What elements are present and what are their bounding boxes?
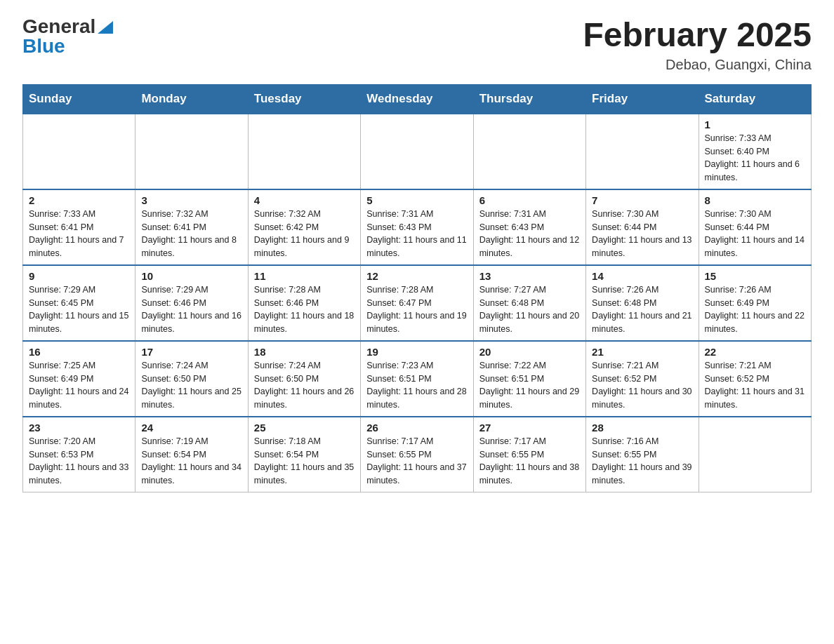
- day-number: 5: [366, 194, 467, 206]
- table-row: [135, 114, 248, 189]
- day-info: Sunrise: 7:26 AMSunset: 6:48 PMDaylight:…: [592, 283, 692, 336]
- table-row: 17Sunrise: 7:24 AMSunset: 6:50 PMDayligh…: [135, 341, 248, 417]
- table-row: [23, 114, 135, 189]
- day-info: Sunrise: 7:20 AMSunset: 6:53 PMDaylight:…: [29, 435, 129, 488]
- svg-marker-0: [98, 21, 113, 34]
- day-number: 23: [29, 422, 129, 434]
- day-number: 4: [254, 194, 355, 206]
- day-number: 22: [705, 346, 805, 358]
- table-row: [361, 114, 473, 189]
- col-saturday: Saturday: [699, 84, 811, 114]
- day-number: 27: [479, 422, 580, 434]
- day-number: 8: [705, 194, 805, 206]
- day-number: 2: [29, 194, 129, 206]
- col-tuesday: Tuesday: [248, 84, 360, 114]
- month-title: February 2025: [583, 17, 812, 54]
- calendar-table: Sunday Monday Tuesday Wednesday Thursday…: [22, 84, 812, 492]
- table-row: 1Sunrise: 7:33 AMSunset: 6:40 PMDaylight…: [699, 114, 811, 189]
- day-info: Sunrise: 7:27 AMSunset: 6:48 PMDaylight:…: [479, 283, 580, 336]
- table-row: 24Sunrise: 7:19 AMSunset: 6:54 PMDayligh…: [135, 417, 248, 492]
- day-info: Sunrise: 7:32 AMSunset: 6:41 PMDaylight:…: [141, 208, 241, 260]
- day-info: Sunrise: 7:33 AMSunset: 6:41 PMDaylight:…: [29, 208, 129, 260]
- day-info: Sunrise: 7:33 AMSunset: 6:40 PMDaylight:…: [705, 132, 805, 185]
- day-info: Sunrise: 7:18 AMSunset: 6:54 PMDaylight:…: [254, 435, 355, 488]
- day-info: Sunrise: 7:19 AMSunset: 6:54 PMDaylight:…: [141, 435, 241, 488]
- calendar-week-row: 1Sunrise: 7:33 AMSunset: 6:40 PMDaylight…: [23, 114, 812, 189]
- table-row: 3Sunrise: 7:32 AMSunset: 6:41 PMDaylight…: [135, 189, 248, 265]
- calendar-week-row: 16Sunrise: 7:25 AMSunset: 6:49 PMDayligh…: [23, 341, 812, 417]
- table-row: 27Sunrise: 7:17 AMSunset: 6:55 PMDayligh…: [473, 417, 585, 492]
- table-row: [248, 114, 360, 189]
- logo: General Blue: [22, 17, 113, 56]
- day-number: 16: [29, 346, 129, 358]
- day-info: Sunrise: 7:29 AMSunset: 6:45 PMDaylight:…: [29, 283, 129, 336]
- day-info: Sunrise: 7:31 AMSunset: 6:43 PMDaylight:…: [479, 208, 580, 260]
- table-row: 20Sunrise: 7:22 AMSunset: 6:51 PMDayligh…: [473, 341, 585, 417]
- day-info: Sunrise: 7:30 AMSunset: 6:44 PMDaylight:…: [705, 208, 805, 260]
- day-info: Sunrise: 7:17 AMSunset: 6:55 PMDaylight:…: [479, 435, 580, 488]
- table-row: 11Sunrise: 7:28 AMSunset: 6:46 PMDayligh…: [248, 265, 360, 341]
- day-info: Sunrise: 7:29 AMSunset: 6:46 PMDaylight:…: [141, 283, 241, 336]
- table-row: 22Sunrise: 7:21 AMSunset: 6:52 PMDayligh…: [699, 341, 811, 417]
- day-number: 28: [592, 422, 692, 434]
- day-info: Sunrise: 7:23 AMSunset: 6:51 PMDaylight:…: [366, 359, 467, 412]
- page-header: General Blue February 2025 Debao, Guangx…: [22, 17, 812, 73]
- col-thursday: Thursday: [473, 84, 585, 114]
- table-row: 4Sunrise: 7:32 AMSunset: 6:42 PMDaylight…: [248, 189, 360, 265]
- table-row: 6Sunrise: 7:31 AMSunset: 6:43 PMDaylight…: [473, 189, 585, 265]
- day-info: Sunrise: 7:26 AMSunset: 6:49 PMDaylight:…: [705, 283, 805, 336]
- day-info: Sunrise: 7:31 AMSunset: 6:43 PMDaylight:…: [366, 208, 467, 260]
- day-info: Sunrise: 7:17 AMSunset: 6:55 PMDaylight:…: [366, 435, 467, 488]
- table-row: 19Sunrise: 7:23 AMSunset: 6:51 PMDayligh…: [361, 341, 473, 417]
- calendar-week-row: 2Sunrise: 7:33 AMSunset: 6:41 PMDaylight…: [23, 189, 812, 265]
- table-row: 7Sunrise: 7:30 AMSunset: 6:44 PMDaylight…: [586, 189, 699, 265]
- day-number: 7: [592, 194, 692, 206]
- location: Debao, Guangxi, China: [583, 57, 812, 73]
- table-row: 12Sunrise: 7:28 AMSunset: 6:47 PMDayligh…: [361, 265, 473, 341]
- day-number: 6: [479, 194, 580, 206]
- day-number: 11: [254, 270, 355, 282]
- day-info: Sunrise: 7:21 AMSunset: 6:52 PMDaylight:…: [592, 359, 692, 412]
- day-info: Sunrise: 7:28 AMSunset: 6:46 PMDaylight:…: [254, 283, 355, 336]
- day-number: 10: [141, 270, 241, 282]
- title-section: February 2025 Debao, Guangxi, China: [583, 17, 812, 73]
- table-row: 13Sunrise: 7:27 AMSunset: 6:48 PMDayligh…: [473, 265, 585, 341]
- day-number: 13: [479, 270, 580, 282]
- table-row: 5Sunrise: 7:31 AMSunset: 6:43 PMDaylight…: [361, 189, 473, 265]
- day-number: 20: [479, 346, 580, 358]
- day-number: 15: [705, 270, 805, 282]
- col-monday: Monday: [135, 84, 248, 114]
- day-info: Sunrise: 7:24 AMSunset: 6:50 PMDaylight:…: [254, 359, 355, 412]
- logo-triangle-icon: [98, 21, 113, 34]
- table-row: 14Sunrise: 7:26 AMSunset: 6:48 PMDayligh…: [586, 265, 699, 341]
- day-info: Sunrise: 7:32 AMSunset: 6:42 PMDaylight:…: [254, 208, 355, 260]
- col-friday: Friday: [586, 84, 699, 114]
- table-row: 15Sunrise: 7:26 AMSunset: 6:49 PMDayligh…: [699, 265, 811, 341]
- col-wednesday: Wednesday: [361, 84, 473, 114]
- table-row: [473, 114, 585, 189]
- day-info: Sunrise: 7:16 AMSunset: 6:55 PMDaylight:…: [592, 435, 692, 488]
- col-sunday: Sunday: [23, 84, 135, 114]
- table-row: [586, 114, 699, 189]
- table-row: 25Sunrise: 7:18 AMSunset: 6:54 PMDayligh…: [248, 417, 360, 492]
- day-info: Sunrise: 7:28 AMSunset: 6:47 PMDaylight:…: [366, 283, 467, 336]
- table-row: [699, 417, 811, 492]
- table-row: 23Sunrise: 7:20 AMSunset: 6:53 PMDayligh…: [23, 417, 135, 492]
- table-row: 28Sunrise: 7:16 AMSunset: 6:55 PMDayligh…: [586, 417, 699, 492]
- calendar-week-row: 23Sunrise: 7:20 AMSunset: 6:53 PMDayligh…: [23, 417, 812, 492]
- table-row: 9Sunrise: 7:29 AMSunset: 6:45 PMDaylight…: [23, 265, 135, 341]
- day-info: Sunrise: 7:21 AMSunset: 6:52 PMDaylight:…: [705, 359, 805, 412]
- logo-blue: Blue: [22, 36, 65, 56]
- table-row: 2Sunrise: 7:33 AMSunset: 6:41 PMDaylight…: [23, 189, 135, 265]
- day-info: Sunrise: 7:22 AMSunset: 6:51 PMDaylight:…: [479, 359, 580, 412]
- table-row: 10Sunrise: 7:29 AMSunset: 6:46 PMDayligh…: [135, 265, 248, 341]
- day-number: 19: [366, 346, 467, 358]
- day-number: 1: [705, 119, 805, 130]
- table-row: 8Sunrise: 7:30 AMSunset: 6:44 PMDaylight…: [699, 189, 811, 265]
- day-number: 17: [141, 346, 241, 358]
- day-info: Sunrise: 7:24 AMSunset: 6:50 PMDaylight:…: [141, 359, 241, 412]
- logo-general: General: [22, 17, 95, 36]
- day-number: 18: [254, 346, 355, 358]
- day-number: 26: [366, 422, 467, 434]
- calendar-header-row: Sunday Monday Tuesday Wednesday Thursday…: [23, 84, 812, 114]
